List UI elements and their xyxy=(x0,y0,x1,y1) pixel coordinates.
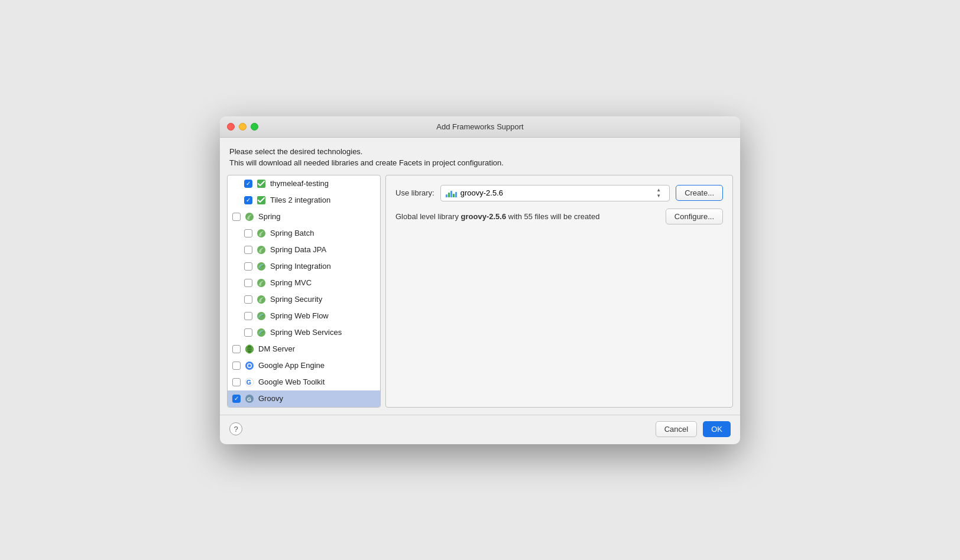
checkbox-spring-security[interactable] xyxy=(244,295,252,304)
configure-button[interactable]: Configure... xyxy=(666,209,723,224)
checkbox-spring-web-flow[interactable] xyxy=(244,312,252,320)
spring-leaf-icon xyxy=(256,245,267,255)
framework-label: Spring Web Flow xyxy=(270,311,329,320)
checkbox-spring[interactable] xyxy=(232,213,241,221)
description: Please select the desired technologies. … xyxy=(220,138,740,175)
list-item[interactable]: Spring Security xyxy=(228,291,380,308)
list-item[interactable]: Spring Web Flow xyxy=(228,308,380,324)
spring-integration-icon xyxy=(256,261,267,272)
footer-actions: Cancel OK xyxy=(656,421,731,437)
list-item[interactable]: Spring Web Services xyxy=(228,324,380,341)
footer: ? Cancel OK xyxy=(220,415,740,444)
framework-list[interactable]: thymeleaf-testing Tiles 2 integration xyxy=(227,175,381,408)
info-prefix: Global level library xyxy=(395,212,461,221)
minimize-button[interactable] xyxy=(239,123,247,131)
window-controls xyxy=(227,123,258,131)
framework-label: Spring Web Services xyxy=(270,328,342,337)
framework-label: Google Web Toolkit xyxy=(258,377,325,386)
spring-leaf-icon xyxy=(256,294,267,305)
framework-label: DM Server xyxy=(258,344,295,353)
google-app-engine-icon xyxy=(244,360,255,371)
library-value: groovy-2.5.6 xyxy=(460,188,503,197)
framework-label: Groovy xyxy=(258,394,283,403)
global-info-text: Global level library groovy-2.5.6 with 5… xyxy=(395,212,599,221)
framework-label: Spring Data JPA xyxy=(270,245,326,254)
close-button[interactable] xyxy=(227,123,235,131)
list-item[interactable]: Spring Batch xyxy=(228,225,380,242)
add-frameworks-dialog: Add Frameworks Support Please select the… xyxy=(220,116,740,444)
info-suffix: with 55 files will be created xyxy=(506,212,599,221)
framework-label: Spring Batch xyxy=(270,229,314,237)
check-green-icon xyxy=(256,178,267,189)
library-select[interactable]: groovy-2.5.6 ▲ ▼ xyxy=(440,185,670,201)
chevron-updown-icon[interactable]: ▲ ▼ xyxy=(653,187,664,198)
groovy-icon: G xyxy=(244,393,255,404)
list-item[interactable]: G Groovy xyxy=(228,390,380,407)
google-web-toolkit-icon: G G xyxy=(244,377,255,388)
svg-text:G: G xyxy=(247,379,252,386)
help-button[interactable]: ? xyxy=(229,422,242,435)
list-item[interactable]: DM Server xyxy=(228,341,380,357)
checkbox-spring-web-services[interactable] xyxy=(244,328,252,337)
checkbox-groovy[interactable] xyxy=(232,395,241,403)
dm-server-icon xyxy=(244,344,255,354)
framework-label: Spring MVC xyxy=(270,278,312,287)
info-library-name: groovy-2.5.6 xyxy=(461,212,507,221)
list-item[interactable]: G G Google Web Toolkit xyxy=(228,374,380,390)
spring-leaf-icon xyxy=(256,228,267,239)
checkbox-google-app-engine[interactable] xyxy=(232,362,241,370)
spring-integration-icon xyxy=(256,311,267,321)
maximize-button[interactable] xyxy=(251,123,258,131)
checkbox-spring-integration[interactable] xyxy=(244,262,252,271)
library-row: Use library: groovy-2.5.6 ▲ xyxy=(395,185,723,201)
checkbox-tiles[interactable] xyxy=(244,196,252,204)
checkbox-spring-mvc[interactable] xyxy=(244,279,252,287)
checkbox-spring-data-jpa[interactable] xyxy=(244,246,252,254)
create-button[interactable]: Create... xyxy=(676,185,723,201)
spring-leaf-icon xyxy=(244,211,255,222)
bar-chart-icon xyxy=(446,189,457,197)
library-select-inner: groovy-2.5.6 xyxy=(446,188,503,197)
checkbox-dm-server[interactable] xyxy=(232,345,241,353)
spring-integration-icon xyxy=(256,327,267,338)
checkbox-thymeleaf-testing[interactable] xyxy=(244,180,252,188)
list-item[interactable]: thymeleaf-testing xyxy=(228,175,380,192)
svg-point-14 xyxy=(248,364,251,367)
svg-text:G: G xyxy=(247,396,251,402)
list-item[interactable]: Spring xyxy=(228,209,380,225)
right-panel: Use library: groovy-2.5.6 ▲ xyxy=(385,175,733,408)
checkbox-spring-batch[interactable] xyxy=(244,229,252,237)
ok-button[interactable]: OK xyxy=(703,421,731,437)
framework-label: Spring xyxy=(258,212,281,221)
framework-label: Spring Security xyxy=(270,295,322,304)
list-item[interactable]: Tiles 2 integration xyxy=(228,192,380,209)
main-content: thymeleaf-testing Tiles 2 integration xyxy=(220,175,740,415)
dialog-title: Add Frameworks Support xyxy=(436,122,523,131)
library-label: Use library: xyxy=(395,188,434,197)
description-line1: Please select the desired technologies. xyxy=(229,146,731,158)
framework-label: thymeleaf-testing xyxy=(270,179,329,188)
list-item[interactable]: Google App Engine xyxy=(228,357,380,374)
list-item[interactable]: Spring Integration xyxy=(228,258,380,275)
list-item[interactable]: Spring Data JPA xyxy=(228,242,380,258)
check-green-icon xyxy=(256,195,267,206)
global-info: Global level library groovy-2.5.6 with 5… xyxy=(395,209,723,224)
cancel-button[interactable]: Cancel xyxy=(656,421,697,437)
list-item[interactable]: Spring MVC xyxy=(228,275,380,291)
description-line2: This will download all needed libraries … xyxy=(229,157,731,169)
framework-label: Spring Integration xyxy=(270,262,331,271)
framework-label: Tiles 2 integration xyxy=(270,196,330,204)
title-bar: Add Frameworks Support xyxy=(220,116,740,138)
framework-label: Google App Engine xyxy=(258,361,325,370)
spring-leaf-icon xyxy=(256,278,267,288)
checkbox-google-web-toolkit[interactable] xyxy=(232,378,241,386)
